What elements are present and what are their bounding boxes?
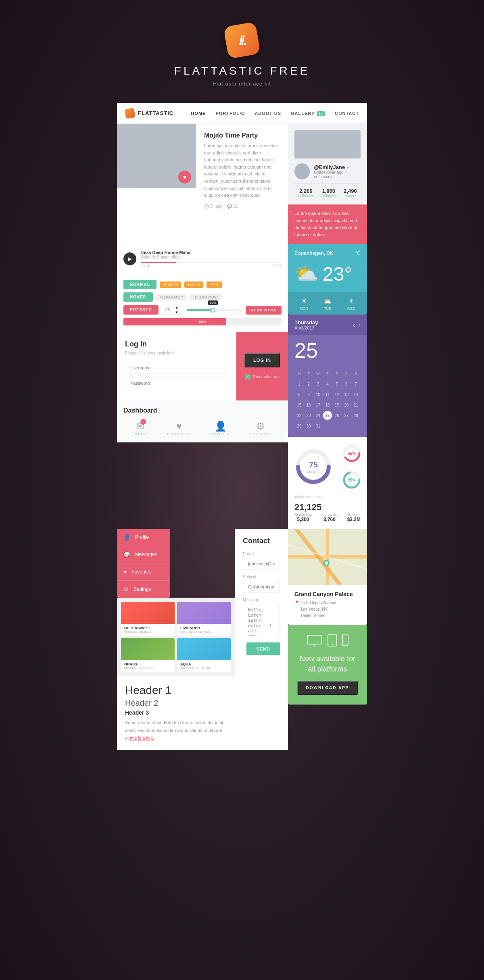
mon-icon: ☀: [300, 297, 308, 305]
download-button[interactable]: DOWNLOAD APP: [297, 681, 358, 695]
nav-contact[interactable]: CONTACT: [335, 111, 359, 116]
typo-h3: Header 3: [125, 709, 227, 716]
profile-item[interactable]: 👤 PROFILE: [211, 421, 230, 436]
profile-label: PROFILE: [211, 432, 230, 436]
hero-subtitle: Flat user interface kit: [213, 81, 271, 87]
dashboard-card: Dashboard ✉ 1 INBOX ♥ FAVORITES 👤: [117, 400, 288, 442]
stepper-down[interactable]: ▼: [173, 310, 180, 315]
stepper-controls[interactable]: ▲ ▼: [173, 305, 180, 315]
blog-title: Mojito Time Party: [204, 132, 280, 139]
ui-kit-container: FLATTASTIC HOME PORTFOLIO ABOUT US GALLE…: [117, 103, 367, 750]
stepper-up[interactable]: ▲: [173, 305, 180, 310]
menu-profile[interactable]: 👤 Profile: [117, 529, 170, 546]
navbar-nav: HOME PORTFOLIO ABOUT US GALLERY 11 CONTA…: [191, 111, 359, 116]
donut-label: percent: [307, 469, 319, 473]
right-bottom: Grand Canyon Palace 📍 25 E Odgen Avenue …: [288, 529, 367, 750]
swatch-info-3: GRASS #68AA4E, #8CC152: [121, 660, 175, 672]
nav-gallery[interactable]: GALLERY 11: [291, 111, 325, 116]
username-input[interactable]: [125, 362, 228, 374]
tweet-quote: Lorem ipsum dolor sit amet, consec tetur…: [288, 204, 367, 244]
music-info: Ibiza Deep House Mafia Balearic Sunset V…: [141, 250, 282, 268]
buttons-section: NORMAL +PHOTO +LOGO +TAG HOVER +SEPARATO…: [117, 273, 288, 332]
progress-track[interactable]: [141, 262, 282, 263]
small-donut-2: 95%: [342, 470, 362, 490]
password-input[interactable]: [125, 377, 228, 389]
navbar-logo-icon: [124, 108, 136, 119]
right-widgets: Copenhagen, DK °C ⛅ 23° ☀ MON ⛅ TUE: [288, 244, 367, 529]
nav-about[interactable]: ABOUT US: [255, 111, 281, 116]
message-textarea[interactable]: Hello, Lorem ipsum dolor sit amet, con- …: [243, 604, 280, 636]
music-player: ▶ Ibiza Deep House Mafia Balearic Sunset…: [117, 244, 288, 273]
pressed-button[interactable]: PRESSED: [123, 305, 159, 315]
today-cell[interactable]: 25: [323, 411, 332, 420]
nav-home[interactable]: HOME: [191, 111, 206, 116]
email-label: E-mail: [243, 552, 280, 556]
remember-checkbox[interactable]: ✓: [245, 374, 250, 379]
prev-month[interactable]: ‹: [353, 321, 355, 329]
weather-top: Copenhagen, DK °C: [288, 244, 367, 263]
next-month[interactable]: ›: [359, 321, 361, 329]
blog-twitter-row: ♥ Mojito Time Party Lorem ipsum dolor si…: [117, 124, 367, 244]
hero-section: //. FLATTASTIC FREE Flat user interface …: [174, 0, 310, 103]
device-icons: [307, 634, 348, 647]
subject-input[interactable]: [243, 581, 280, 593]
heart-button[interactable]: ♥: [178, 171, 191, 183]
favorites-label: FAVORITES: [167, 432, 191, 436]
tag-tag[interactable]: +TAG: [207, 281, 222, 288]
music-progress: 01:16 05:07: [141, 262, 282, 268]
typo-body: Some random text. Bold text lorem ipsum …: [125, 719, 227, 742]
login-button[interactable]: LOG IN: [244, 353, 280, 367]
progress-fill: [141, 262, 176, 263]
cal-row-1: 1234567: [294, 379, 361, 388]
tablet-icon: [328, 634, 337, 646]
navbar-brand-text: FLATTASTIC: [138, 110, 173, 116]
settings-item[interactable]: ⚙ SETTINGS: [250, 421, 271, 436]
hover-row: HOVER +SEPARATOR +DEEP-HOUSE: [123, 292, 282, 302]
photo-tag[interactable]: +PHOTO: [160, 281, 181, 288]
favorites-item[interactable]: ♥ FAVORITES: [167, 421, 191, 436]
inbox-item[interactable]: ✉ 1 INBOX: [134, 421, 147, 436]
login-card: Log In Please fill in your basic info!: [117, 332, 236, 400]
settings-menu-icon: ⚙: [123, 586, 129, 592]
deephouse-tag[interactable]: +DEEP-HOUSE: [190, 294, 222, 300]
typo-link[interactable]: this is a link.: [130, 736, 154, 740]
email-input[interactable]: [243, 558, 280, 570]
navbar-brand: FLATTASTIC: [125, 108, 191, 118]
swatch-info: BITTERSWEET #FF635A, #E8513F: [121, 624, 175, 636]
map-title: Grand Canyon Palace: [294, 591, 361, 597]
menu-messages[interactable]: 💬 Messages: [117, 546, 170, 563]
weather-cloud-icon: ⛅: [294, 263, 319, 285]
read-more-button[interactable]: READ MORE: [246, 306, 282, 315]
play-button[interactable]: ▶: [123, 252, 136, 265]
weather-main: ⛅ 23°: [288, 263, 367, 292]
followers-stat: 2,200 Followers: [298, 188, 314, 198]
slider-thumb[interactable]: 50%: [211, 308, 215, 313]
settings-label: SETTINGS: [250, 432, 271, 436]
separator-tag[interactable]: +SEPARATOR: [156, 294, 186, 300]
typography-card: Header 1 Header 2 Header 3 Some random t…: [117, 676, 235, 750]
slider-track[interactable]: 50%: [187, 309, 240, 311]
phone-icon: [342, 634, 348, 646]
send-button[interactable]: SEND: [246, 642, 280, 655]
dashboard-icons: ✉ 1 INBOX ♥ FAVORITES 👤 PROFILE ⚙: [123, 421, 282, 436]
svg-point-12: [325, 561, 328, 565]
wed-icon: ☀: [347, 297, 355, 305]
twitter-profile: @EmilyJane ✓ Coffee lover and enthusiast: [294, 163, 361, 179]
forecast-mon: ☀ MON: [300, 296, 308, 311]
slider-area: 50%: [184, 309, 243, 311]
small-donut-1: 65%: [342, 443, 362, 463]
swatch-hex-3: #68AA4E, #8CC152: [124, 666, 171, 670]
logo-tag[interactable]: +LOGO: [184, 281, 203, 288]
hover-button[interactable]: HOVER: [123, 292, 153, 302]
typo-h1: Header 1: [125, 684, 227, 697]
normal-button[interactable]: NORMAL: [123, 280, 156, 289]
menu-settings[interactable]: ⚙ Settings: [117, 581, 170, 598]
bittersweet-color: [121, 602, 175, 624]
twitter-stats: 2,200 Followers 1,860 Following 2,490 Tw…: [294, 183, 361, 198]
small-donut-svg-2: 95%: [342, 470, 362, 490]
nav-portfolio[interactable]: PORTFOLIO: [215, 111, 245, 116]
twitter-avatar: [294, 163, 310, 179]
menu-favorites[interactable]: ♥ Favorites: [117, 563, 170, 581]
music-weather-row: ▶ Ibiza Deep House Mafia Balearic Sunset…: [117, 244, 367, 529]
progress-red-fill: [123, 318, 226, 325]
